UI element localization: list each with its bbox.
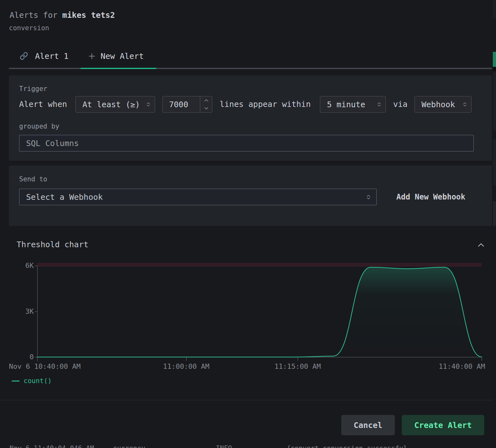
y-axis-label-3k: 3K: [11, 307, 34, 316]
log-timestamp: Nov 6 11:40:04.046 AM: [10, 444, 94, 448]
page-title-prefix: Alerts for: [10, 10, 62, 20]
y-axis-tick: [35, 357, 37, 357]
webhook-select[interactable]: Select a Webhook: [19, 189, 377, 205]
log-service: currency: [113, 444, 145, 448]
channel-select[interactable]: Webhook: [415, 96, 471, 113]
legend-line-swatch: [12, 381, 19, 382]
x-axis-label-2: 11:00:00 AM: [163, 362, 209, 370]
x-axis-tick: [482, 357, 482, 361]
page-edge-fragment-green: [493, 52, 496, 67]
page-edge-fragment: [493, 201, 496, 226]
y-axis-tick: [35, 266, 37, 266]
tabs-underline-active: [81, 68, 156, 69]
via-label: via: [393, 96, 407, 113]
chevron-up-down-icon: [146, 102, 151, 107]
y-axis-label-0: 0: [11, 353, 34, 361]
time-window-select[interactable]: 5 minute: [320, 96, 386, 113]
add-new-webhook-button[interactable]: Add New Webhook: [396, 189, 465, 205]
threshold-input[interactable]: [163, 96, 200, 112]
plus-icon: [88, 52, 96, 60]
grouped-by-label: grouped by: [19, 122, 59, 130]
lines-appear-within-label: lines appear within: [220, 96, 311, 113]
y-axis-label-6k: 6K: [11, 262, 34, 270]
chevron-down-icon: [204, 107, 209, 110]
chevron-up-icon: [204, 99, 209, 102]
link-icon: [20, 52, 28, 60]
background-log-row: Nov 6 11:40:04.046 AM currency INFO {con…: [0, 444, 496, 448]
collapse-chart-button[interactable]: [475, 239, 487, 251]
channel-select-value: Webhook: [422, 100, 455, 109]
alert-when-label: Alert when: [19, 96, 67, 113]
chevron-up-icon: [477, 241, 485, 249]
trigger-section-label: Trigger: [19, 85, 47, 93]
chevron-up-down-icon: [366, 194, 371, 200]
page-title: Alerts for mikes tets2: [10, 10, 115, 20]
page-edge-fragment: [493, 139, 496, 186]
grouped-by-input[interactable]: [19, 135, 474, 151]
threshold-chart-heading: Threshold chart: [17, 240, 89, 249]
series-area: [37, 267, 482, 357]
threshold-number-field: [162, 96, 212, 113]
time-window-select-value: 5 minute: [327, 100, 365, 109]
send-to-label: Send to: [19, 175, 47, 183]
tab-new-alert-label: New Alert: [101, 52, 144, 61]
legend-series-label: count(): [24, 377, 52, 385]
log-level: INFO: [216, 444, 232, 448]
threshold-stepper: [200, 96, 212, 112]
stepper-down-button[interactable]: [200, 104, 212, 112]
x-axis-label-1: Nov 6 10:40:00 AM: [9, 362, 81, 370]
create-alert-button[interactable]: Create Alert: [402, 415, 484, 435]
page-edge-fragment: [493, 0, 496, 18]
chevron-up-down-icon: [462, 102, 467, 107]
cancel-button[interactable]: Cancel: [341, 415, 395, 435]
page-subtitle: conversion: [9, 24, 49, 32]
page-edge-strip: [493, 0, 496, 448]
stepper-up-button[interactable]: [200, 96, 212, 104]
alerts-modal: Alerts for mikes tets2 conversion Alert …: [0, 0, 496, 448]
page-edge-fragment: [493, 72, 496, 130]
webhook-select-placeholder: Select a Webhook: [26, 192, 103, 202]
tab-alert-1-label: Alert 1: [35, 52, 68, 61]
tab-alert-1[interactable]: Alert 1: [20, 48, 68, 64]
y-axis-tick: [35, 312, 37, 312]
chart-legend: count(): [12, 377, 52, 385]
footer-divider: [0, 400, 496, 400]
x-axis-label-3: 11:15:00 AM: [274, 362, 321, 370]
comparator-select[interactable]: At least (≥): [75, 96, 155, 113]
comparator-select-value: At least (≥): [82, 100, 140, 109]
send-to-section: Send to Select a Webhook Add New Webhook: [9, 165, 492, 226]
log-message: {convert conversion successful: [287, 444, 407, 448]
page-title-name: mikes tets2: [62, 10, 115, 20]
chevron-up-down-icon: [377, 102, 382, 107]
page-edge-fragment: [493, 67, 496, 71]
tab-new-alert[interactable]: New Alert: [88, 48, 144, 64]
threshold-line-chart: [37, 266, 482, 359]
trigger-section: Trigger Alert when At least (≥): [9, 75, 492, 161]
x-axis-label-4: 11:40:00 AM: [439, 362, 485, 370]
